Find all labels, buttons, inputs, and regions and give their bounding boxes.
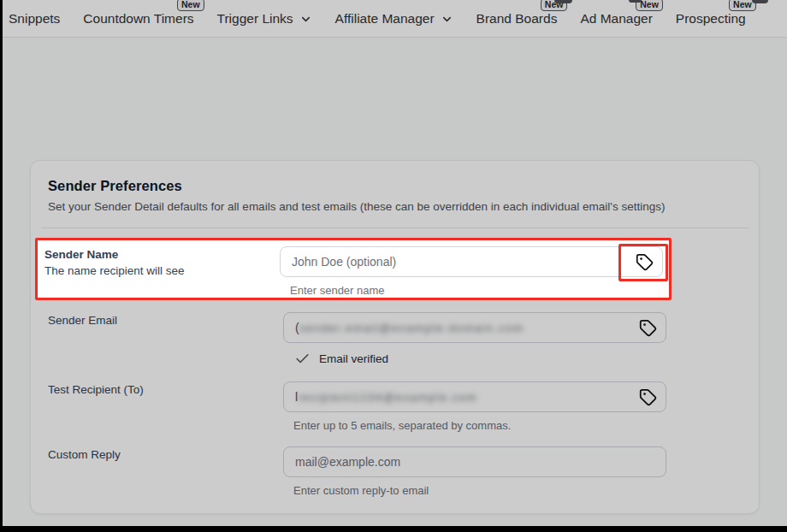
letterbox-bottom — [0, 526, 787, 532]
sender-name-label-col: Sender Name The name recipient will see — [44, 246, 280, 277]
sender-name-sublabel: The name recipient will see — [44, 264, 280, 277]
sender-name-row-highlighted: Sender Name The name recipient will see … — [35, 238, 672, 300]
sender-name-label: Sender Name — [44, 248, 280, 261]
tag-icon[interactable] — [634, 251, 654, 272]
app-viewport: Snippets Countdown Timers New Trigger Li… — [3, 0, 787, 526]
letterbox-left — [0, 0, 3, 532]
sender-name-input-wrap — [280, 246, 663, 277]
sender-name-helper: Enter sender name — [290, 284, 663, 297]
sender-name-input[interactable] — [292, 255, 628, 269]
